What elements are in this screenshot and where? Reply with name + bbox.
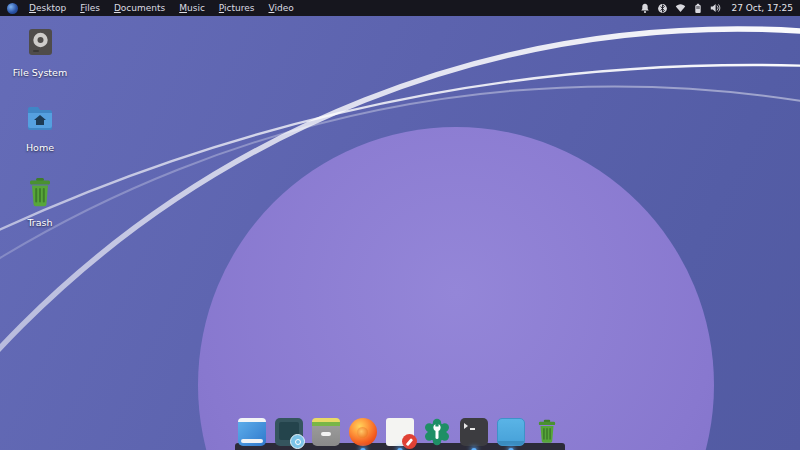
menu-documents[interactable]: Documents — [114, 0, 165, 16]
filesystem-drive-icon — [24, 26, 56, 64]
window-app-icon — [497, 418, 525, 446]
menu-desktop[interactable]: Desktop — [29, 0, 66, 16]
battery-icon[interactable] — [694, 3, 702, 14]
desktop-icon-file-system[interactable]: File System — [6, 26, 74, 78]
dock-terminal[interactable] — [460, 418, 488, 446]
trash-icon — [24, 176, 56, 214]
desktop-icon-label: File System — [13, 67, 67, 78]
desktop-icon-label: Trash — [27, 217, 52, 228]
dock-trash-icon — [534, 418, 562, 450]
desktop-icon-home[interactable]: Home — [6, 101, 74, 153]
dock-text-editor[interactable] — [386, 418, 414, 446]
dock-settings-manager[interactable] — [423, 418, 451, 446]
dock-file-manager[interactable] — [312, 418, 340, 446]
desktop-icon-label: Home — [26, 142, 54, 153]
dock-screenshot-tool[interactable] — [275, 418, 303, 446]
settings-gear-icon — [423, 418, 451, 446]
menu-video[interactable]: Video — [268, 0, 293, 16]
wallpaper — [0, 0, 800, 450]
bluetooth-icon[interactable] — [658, 3, 667, 14]
dock — [238, 418, 562, 446]
wallpaper-circle — [198, 127, 714, 450]
menu-files[interactable]: Files — [80, 0, 100, 16]
system-tray: 27 Oct, 17:25 — [640, 0, 793, 16]
wifi-icon[interactable] — [675, 3, 686, 13]
screenshot-icon — [275, 418, 303, 446]
desktop-screen: Desktop Files Documents Music Pictures V… — [0, 0, 800, 450]
desktop-menubar: Desktop Files Documents Music Pictures V… — [29, 0, 294, 16]
notifications-icon[interactable] — [640, 3, 650, 14]
top-panel: Desktop Files Documents Music Pictures V… — [0, 0, 800, 16]
text-editor-icon — [386, 418, 414, 446]
file-manager-icon — [312, 418, 340, 446]
show-desktop-icon — [238, 418, 266, 446]
dock-firefox[interactable] — [349, 418, 377, 446]
home-folder-icon — [24, 101, 56, 139]
dock-show-desktop[interactable] — [238, 418, 266, 446]
terminal-icon — [460, 418, 488, 446]
volume-icon[interactable] — [710, 3, 721, 13]
dock-trash[interactable] — [534, 418, 562, 446]
firefox-icon — [349, 418, 377, 446]
desktop-icon-column: File System Home — [6, 26, 74, 251]
panel-clock[interactable]: 27 Oct, 17:25 — [731, 0, 793, 16]
dock-window-app[interactable] — [497, 418, 525, 446]
menu-music[interactable]: Music — [179, 0, 205, 16]
distributor-logo-icon[interactable] — [7, 3, 18, 14]
desktop-icon-trash[interactable]: Trash — [6, 176, 74, 228]
menu-pictures[interactable]: Pictures — [219, 0, 255, 16]
